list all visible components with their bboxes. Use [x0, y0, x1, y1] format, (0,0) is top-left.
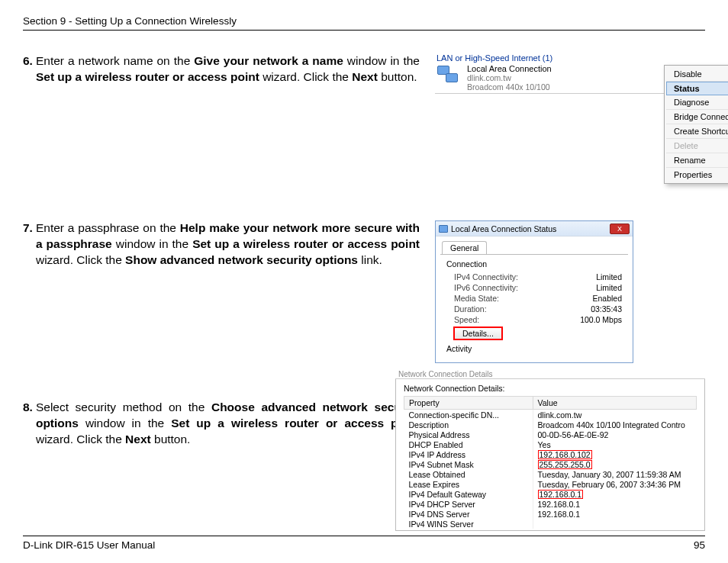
menu-bridge[interactable]: Bridge Connections: [666, 110, 728, 124]
dialog-title: Local Area Connection Status: [451, 224, 556, 233]
dialog-titlebar: Local Area Connection Status X: [436, 221, 633, 236]
details-titlebar: Network Connection Details: [395, 370, 705, 379]
menu-create-shortcut[interactable]: Create Shortcut: [666, 124, 728, 139]
table-row: IPv4 DNS Server192.168.0.1: [404, 509, 697, 519]
table-row: Lease ExpiresTuesday, February 06, 2007 …: [404, 479, 697, 489]
menu-properties[interactable]: Properties: [666, 168, 728, 182]
table-row: IPv4 IP Address192.168.0.102: [404, 449, 697, 459]
table-row: IPv4 Default Gateway192.168.0.1: [404, 489, 697, 499]
menu-delete: Delete: [666, 139, 728, 153]
page-header: Section 9 - Setting Up a Connection Wire…: [23, 15, 705, 31]
step-num: 6.: [23, 53, 33, 85]
menu-diagnose[interactable]: Diagnose: [666, 95, 728, 110]
connection-adapter: Broadcom 440x 10/100: [467, 82, 552, 92]
table-row: Lease ObtainedTuesday, January 30, 2007 …: [404, 469, 697, 479]
step-num: 8.: [23, 400, 33, 448]
col-property: Property: [404, 397, 533, 410]
group-activity: Activity: [446, 344, 622, 353]
network-icon: [439, 225, 448, 233]
table-row: Physical Address00-0D-56-AE-0E-92: [404, 429, 697, 439]
table-row: IPv4 Subnet Mask255.255.255.0: [404, 459, 697, 469]
footer-page: 95: [694, 539, 705, 551]
screenshot-lan-context: LAN or High-Speed Internet (1) Local Are…: [435, 53, 710, 184]
network-adapter-icon: [435, 64, 461, 85]
menu-rename[interactable]: Rename: [666, 153, 728, 168]
screenshot-connection-details: Network Connection Details Network Conne…: [395, 370, 705, 531]
step-num: 7.: [23, 220, 33, 269]
page-footer: D-Link DIR-615 User Manual 95: [23, 536, 705, 551]
close-button[interactable]: X: [610, 224, 630, 234]
step-7-row: 7. Enter a passphrase on the Help make y…: [23, 220, 705, 363]
table-row: IPv4 DHCP Server192.168.0.1: [404, 499, 697, 509]
connection-name: Local Area Connection: [467, 64, 552, 73]
table-row: IPv4 WINS Server: [404, 519, 697, 529]
section-title: Section 9 - Setting Up a Connection Wire…: [23, 15, 237, 27]
group-connection: Connection: [446, 259, 622, 269]
details-label: Network Connection Details:: [404, 384, 697, 393]
tab-general[interactable]: General: [442, 241, 487, 254]
details-table: Property Value Connection-specific DN...…: [404, 396, 697, 529]
col-value: Value: [533, 397, 696, 410]
context-menu: Disable Status Diagnose Bridge Connectio…: [664, 65, 728, 184]
connection-domain: dlink.com.tw: [467, 73, 552, 82]
table-row: DescriptionBroadcom 440x 10/100 Integrat…: [404, 420, 697, 429]
screenshot-status-dialog: Local Area Connection Status X General C…: [435, 220, 633, 363]
menu-status[interactable]: Status: [666, 82, 728, 95]
step-6-row: 6. Enter a network name on the Give your…: [23, 53, 705, 184]
step-6-text: 6. Enter a network name on the Give your…: [23, 53, 420, 85]
step-7-text: 7. Enter a passphrase on the Help make y…: [23, 220, 420, 269]
menu-disable[interactable]: Disable: [666, 67, 728, 82]
lan-group-title: LAN or High-Speed Internet (1): [436, 53, 710, 63]
details-button[interactable]: Details...: [454, 327, 502, 339]
table-row: DHCP EnabledYes: [404, 439, 697, 449]
step-8-text: 8. Select security method on the Choose …: [23, 400, 420, 448]
table-row: Connection-specific DN...dlink.com.tw: [404, 410, 697, 420]
footer-manual: D-Link DIR-615 User Manual: [23, 539, 155, 551]
